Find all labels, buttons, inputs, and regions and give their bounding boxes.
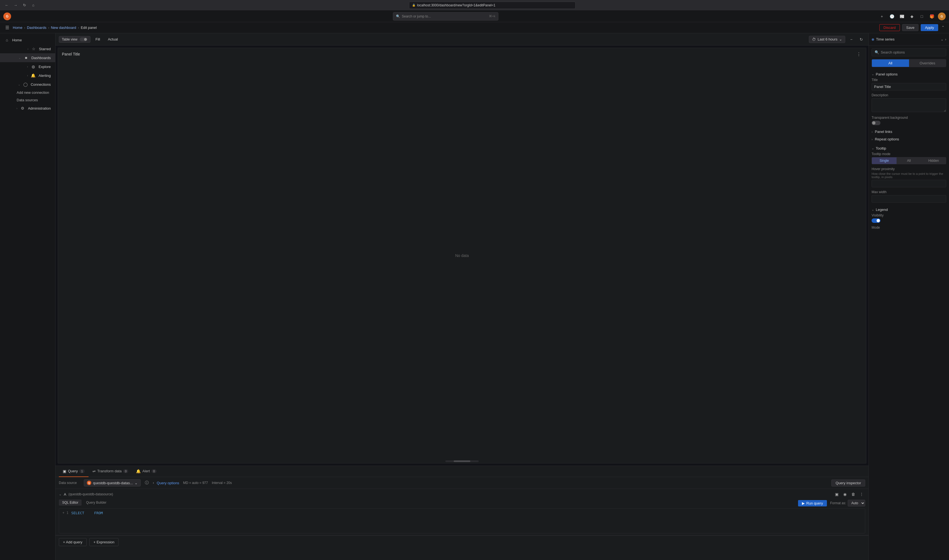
sql-editor-tab[interactable]: SQL Editor (59, 500, 82, 506)
hamburger-menu[interactable]: ☰ (3, 24, 11, 32)
panel-links-link[interactable]: › Panel links (872, 128, 946, 135)
sidebar-item-starred[interactable]: › ☆ Starred (0, 45, 55, 53)
remove-query-btn[interactable]: 🗑 (850, 491, 857, 498)
tooltip-all-btn[interactable]: All (897, 157, 921, 164)
max-width-input[interactable] (872, 195, 946, 203)
transparent-bg-switch[interactable] (872, 121, 880, 125)
breadcrumb-chevron-icon[interactable]: ⌃ (940, 24, 946, 31)
tooltip-single-btn[interactable]: Single (872, 157, 897, 164)
tooltip-header[interactable]: ⌄ Tooltip (872, 144, 946, 152)
sidebar-item-home[interactable]: ⌂ Home (0, 35, 55, 45)
sql-editor[interactable]: + 1 SELECT FROM (59, 508, 865, 533)
panel-menu-button[interactable]: ⋮ (855, 51, 862, 57)
clock-icon[interactable]: 🕐 (888, 12, 896, 20)
sidebar-explore-label: Explore (38, 65, 51, 69)
zoom-out-button[interactable]: − (847, 35, 855, 43)
user-avatar[interactable]: G (938, 12, 946, 20)
tooltip-hidden-btn[interactable]: Hidden (921, 157, 946, 164)
hide-query-btn[interactable]: ◉ (841, 491, 849, 498)
sql-keyword-from: FROM (94, 511, 103, 515)
time-range-picker[interactable]: ⏱ Last 6 hours ⌄ (809, 36, 845, 43)
apply-button[interactable]: Apply (921, 24, 938, 31)
legend-mode-field: Mode (872, 226, 946, 229)
table-view-switch[interactable] (80, 37, 88, 42)
gift-icon[interactable]: 🎁 (928, 12, 936, 20)
query-meta-interval: Interval = 20s (212, 481, 232, 485)
sidebar-item-administration[interactable]: › ⚙ Administration (0, 104, 55, 113)
add-panel-btn[interactable]: + (878, 12, 886, 20)
drag-handle-btn[interactable]: ⋮ (858, 491, 865, 498)
sidebar-item-alerting[interactable]: › 🔔 Alerting (0, 71, 55, 80)
query-expand-arrow[interactable]: ⌄ (59, 492, 62, 496)
right-panel: ⎈ Time series ⌄ › 🔍 Search options All O… (869, 33, 949, 560)
sidebar-item-dashboards[interactable]: ⌄ ■ Dashboards (0, 53, 55, 62)
datasource-selector[interactable]: Q questdb-questdb-datas... ⌄ (84, 479, 141, 486)
breadcrumb-new-dashboard[interactable]: New dashboard (51, 26, 76, 30)
description-textarea[interactable] (872, 98, 946, 112)
tab-transform[interactable]: ⇌ Transform data 0 (89, 466, 132, 477)
search-options-box[interactable]: 🔍 Search options (872, 48, 946, 56)
address-bar[interactable]: 🔒 localhost:3000/dashboard/new?orgId=1&e… (409, 2, 575, 9)
global-search-box[interactable]: 🔍 Search or jump to... ⌘+k (393, 12, 498, 20)
discard-button[interactable]: Discard (879, 24, 900, 31)
panel-options-section: ⌄ Panel options Title Description Transp… (869, 70, 949, 143)
legend-visibility-switch[interactable] (872, 218, 880, 223)
viz-type-dropdown[interactable]: ⌄ (941, 37, 943, 42)
panel-title: Panel Title (62, 52, 80, 56)
save-button[interactable]: Save (902, 24, 919, 31)
back-btn[interactable]: ← (3, 2, 10, 9)
run-query-button[interactable]: ▶ Run query (798, 500, 827, 506)
tab-alert[interactable]: 🔔 Alert 0 (132, 466, 160, 477)
search-placeholder: Search or jump to... (402, 14, 431, 18)
duplicate-query-btn[interactable]: ▣ (833, 491, 840, 498)
forward-btn[interactable]: → (12, 2, 19, 9)
repeat-options-link[interactable]: › Repeat options (872, 135, 946, 143)
title-input[interactable] (872, 83, 946, 91)
repeat-options-label: Repeat options (875, 137, 899, 141)
datasource-label: Data source (59, 481, 81, 485)
topbar-search-area: 🔍 Search or jump to... ⌘+k (13, 12, 878, 20)
sidebar-starred-label: Starred (39, 47, 51, 51)
breadcrumb-dashboards[interactable]: Dashboards (27, 26, 46, 30)
query-letter: A (64, 492, 66, 497)
home-nav-btn[interactable]: ⌂ (30, 2, 37, 9)
panel-title-bar: Panel Title ⋮ (58, 48, 866, 60)
datasource-info-button[interactable]: ⓘ (143, 480, 150, 486)
format-select[interactable]: Auto (848, 500, 865, 506)
sidebar-data-sources[interactable]: Data sources (12, 96, 55, 104)
tab-all[interactable]: All (872, 59, 909, 67)
lock-icon: 🔒 (412, 4, 415, 7)
query-builder-tab[interactable]: Query Builder (83, 500, 109, 506)
fill-button[interactable]: Fill (93, 36, 103, 43)
refresh-button[interactable]: ↻ (857, 35, 865, 43)
horizontal-scrollbar[interactable] (445, 460, 479, 462)
breadcrumb-sep-2: › (48, 26, 49, 30)
sidebar-item-connections[interactable]: ⌄ ◯ Connections (0, 80, 55, 89)
panel-options-header[interactable]: ⌄ Panel options (872, 70, 946, 78)
refresh-btn[interactable]: ↻ (21, 2, 28, 9)
query-tab-label: Query (68, 469, 78, 473)
query-tab-badge: 1 (79, 469, 85, 473)
expression-button[interactable]: + Expression (89, 538, 119, 546)
query-inspector-button[interactable]: Query inspector (831, 480, 865, 486)
actual-button[interactable]: Actual (105, 36, 121, 43)
app-icon[interactable]: □ (918, 12, 926, 20)
transparent-bg-field: Transparent background (872, 116, 946, 125)
tab-overrides[interactable]: Overrides (909, 59, 946, 67)
grafana-logo[interactable]: G (3, 12, 11, 20)
hover-proximity-input[interactable] (872, 180, 946, 187)
tooltip-title: Tooltip (876, 146, 886, 151)
table-view-toggle[interactable]: Table view (59, 36, 91, 43)
add-query-button[interactable]: + Add query (59, 538, 86, 546)
connections-expand-arrow: ⌄ (18, 83, 20, 86)
breadcrumb-home[interactable]: Home (13, 26, 23, 30)
viz-type-expand[interactable]: › (945, 37, 946, 42)
grafana-topbar: G 🔍 Search or jump to... ⌘+k + 🕐 📰 ◆ □ 🎁… (0, 11, 949, 22)
tab-query[interactable]: ▣ Query 1 (59, 466, 89, 477)
sidebar-add-connection[interactable]: Add new connection (12, 89, 55, 96)
sidebar-item-explore[interactable]: › ◍ Explore (0, 62, 55, 71)
query-options-link[interactable]: Query options (157, 481, 179, 485)
grafana-icon[interactable]: ◆ (908, 12, 916, 20)
legend-header[interactable]: ⌄ Legend (872, 205, 946, 214)
news-icon[interactable]: 📰 (898, 12, 906, 20)
